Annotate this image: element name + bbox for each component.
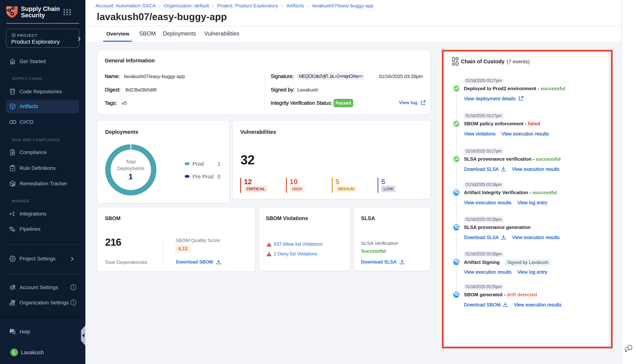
svg-text:?: ? — [11, 330, 13, 332]
